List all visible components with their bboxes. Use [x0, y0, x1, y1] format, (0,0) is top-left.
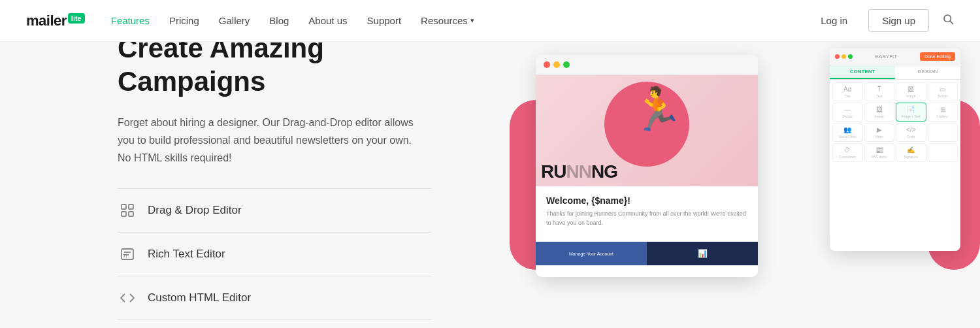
- block-image[interactable]: 🖼 Image: [896, 82, 926, 101]
- block-code[interactable]: </> Code: [896, 123, 926, 142]
- gallery-block-icon: ⊞: [940, 106, 945, 113]
- footer-chart-icon: 📊: [698, 249, 708, 258]
- runner-emoji: 🏃: [631, 85, 683, 134]
- tab-design[interactable]: DESIGN: [895, 65, 960, 79]
- login-button[interactable]: Log in: [813, 10, 855, 31]
- email-editor-window: 🏃 RUNNNG Welcome, {$name}! Thanks for jo…: [536, 55, 758, 277]
- image-text-block-icon: 📄: [907, 106, 915, 113]
- left-section: Create Amazing Campaigns Forget about hi…: [118, 42, 457, 328]
- editor-panel-dots: [835, 54, 853, 59]
- email-footer: Manage Your Account 📊: [536, 242, 758, 265]
- block-empty2: [928, 143, 958, 162]
- navbar: mailer lite Features Pricing Gallery Blo…: [0, 0, 980, 42]
- search-icon[interactable]: [942, 13, 954, 28]
- block-empty1: [928, 123, 958, 142]
- nav-actions: Log in Sign up: [813, 9, 954, 32]
- nav-support[interactable]: Support: [367, 15, 402, 26]
- right-section: 🏃 RUNNNG Welcome, {$name}! Thanks for jo…: [523, 42, 980, 328]
- button-block-icon: ▭: [939, 86, 945, 93]
- footer-right: 📊: [647, 242, 758, 265]
- html-editor-icon: [118, 288, 137, 308]
- block-image2[interactable]: 🖼 Image: [864, 103, 895, 122]
- nav-resources[interactable]: Resources ▾: [421, 15, 474, 26]
- dot-green: [563, 61, 570, 68]
- code-block-icon: </>: [906, 126, 915, 133]
- feature-templates[interactable]: Free Newsletter Templates: [118, 320, 431, 328]
- feature-drag-drop[interactable]: Drag & Drop Editor: [118, 188, 431, 233]
- block-image-text[interactable]: 📄 Image + Text: [896, 103, 926, 122]
- panel-dot-red: [835, 54, 840, 59]
- footer-left-label: Manage Your Account: [569, 252, 613, 256]
- window-controls: [536, 55, 758, 75]
- chevron-down-icon: ▾: [470, 16, 474, 25]
- footer-manage-account: Manage Your Account: [536, 242, 647, 265]
- block-signature[interactable]: ✍ Signature: [896, 143, 926, 162]
- text-block-icon: T: [877, 86, 881, 93]
- svg-line-1: [951, 22, 953, 24]
- svg-rect-2: [122, 205, 126, 209]
- logo-name: mailer: [26, 12, 67, 29]
- panel-dot-green: [848, 54, 853, 59]
- rich-text-icon: T |: [118, 244, 137, 264]
- feature-list: Drag & Drop Editor T | Rich Text Editor: [118, 188, 457, 328]
- nav-pricing[interactable]: Pricing: [169, 15, 199, 26]
- panel-dot-yellow: [841, 54, 846, 59]
- video-block-icon: ▶: [877, 126, 882, 133]
- panel-blocks: Aα Title T Text 🖼 Image ▭ Button ―: [830, 80, 960, 165]
- dot-red: [544, 61, 550, 68]
- block-button[interactable]: ▭ Button: [928, 82, 958, 101]
- panel-tabs: CONTENT DESIGN: [830, 65, 960, 80]
- drag-drop-icon: [118, 201, 137, 220]
- feature-rich-text[interactable]: T | Rich Text Editor: [118, 233, 431, 276]
- nav-links: Features Pricing Gallery Blog About us S…: [111, 15, 813, 26]
- logo[interactable]: mailer lite: [26, 12, 85, 29]
- email-title-overlay: RUNNNG: [541, 161, 617, 182]
- block-text[interactable]: T Text: [864, 82, 895, 101]
- block-countdown[interactable]: ⏱ Countdown: [832, 143, 863, 162]
- block-video[interactable]: ▶ Video: [864, 123, 895, 142]
- title-block-icon: Aα: [843, 86, 851, 93]
- nav-blog[interactable]: Blog: [269, 15, 289, 26]
- logo-badge: lite: [68, 13, 85, 24]
- easyfit-label: EASYFIT: [855, 54, 917, 59]
- main-content: Create Amazing Campaigns Forget about hi…: [0, 42, 980, 328]
- email-body: Welcome, {$name}! Thanks for joining Run…: [536, 186, 758, 237]
- rss-block-icon: 📰: [875, 146, 883, 154]
- countdown-block-icon: ⏱: [844, 146, 851, 154]
- signup-button[interactable]: Sign up: [868, 9, 929, 32]
- nav-about[interactable]: About us: [308, 15, 347, 26]
- hero-title: Create Amazing Campaigns: [118, 42, 457, 98]
- social-block-icon: 👥: [843, 126, 851, 133]
- nav-gallery[interactable]: Gallery: [219, 15, 250, 26]
- svg-point-0: [944, 15, 951, 22]
- hero-description: Forget about hiring a designer. Our Drag…: [118, 114, 418, 167]
- block-rss[interactable]: 📰 RSS Items: [864, 143, 895, 162]
- feature-html-editor[interactable]: Custom HTML Editor: [118, 276, 431, 320]
- svg-rect-5: [129, 212, 133, 216]
- block-title[interactable]: Aα Title: [832, 82, 863, 101]
- svg-text:|: |: [126, 254, 127, 258]
- tab-content[interactable]: CONTENT: [830, 65, 895, 79]
- divider-block-icon: ―: [844, 106, 851, 113]
- dot-yellow: [553, 61, 560, 68]
- feature-drag-drop-label: Drag & Drop Editor: [148, 204, 242, 217]
- image2-block-icon: 🖼: [876, 106, 883, 113]
- feature-rich-text-label: Rich Text Editor: [148, 248, 225, 261]
- email-preview: 🏃 RUNNNG Welcome, {$name}! Thanks for jo…: [536, 75, 758, 276]
- nav-features[interactable]: Features: [111, 15, 150, 26]
- block-gallery[interactable]: ⊞ Gallery: [928, 103, 958, 122]
- svg-rect-4: [122, 212, 126, 216]
- email-welcome: Welcome, {$name}!: [546, 195, 747, 206]
- block-social[interactable]: 👥 Social Links: [832, 123, 863, 142]
- signature-block-icon: ✍: [907, 146, 915, 154]
- feature-html-editor-label: Custom HTML Editor: [148, 291, 251, 304]
- done-editing-button[interactable]: Done Editing: [920, 52, 955, 61]
- email-header-image: 🏃 RUNNNG: [536, 75, 758, 186]
- editor-panel: EASYFIT Done Editing CONTENT DESIGN Aα T…: [830, 48, 960, 251]
- editor-panel-header: EASYFIT Done Editing: [830, 48, 960, 65]
- svg-rect-3: [129, 205, 133, 209]
- block-divider[interactable]: ― Divider: [832, 103, 863, 122]
- email-body-text: Thanks for joining Runners Community fro…: [546, 210, 747, 227]
- image-block-icon: 🖼: [907, 86, 914, 93]
